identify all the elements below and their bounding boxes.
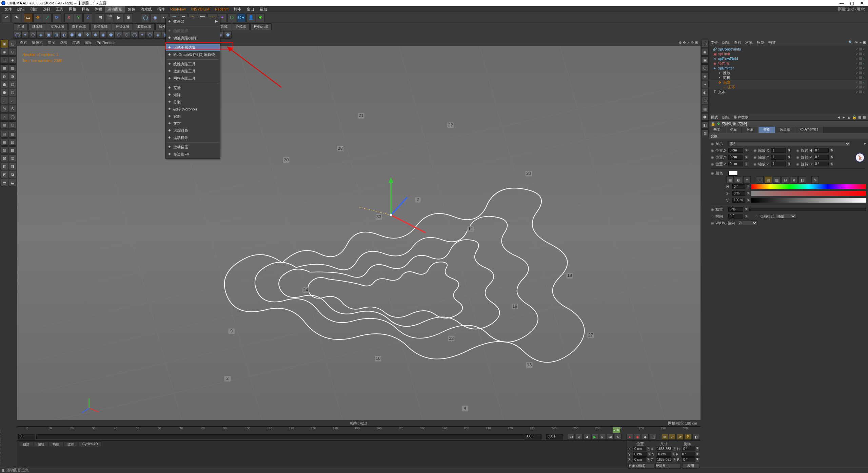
step-forward-button[interactable]: ⏵ [599, 434, 606, 440]
left-tool-17-1[interactable]: ◪ [9, 171, 16, 178]
timeline-end-field[interactable]: 300 F [525, 434, 541, 439]
field-tab-层域[interactable]: 层域 [14, 23, 28, 30]
attr-tab-基本[interactable]: 基本 [709, 127, 725, 133]
hue-spinner[interactable]: ⇅ [747, 184, 750, 189]
viewport-menubar[interactable]: 查看摄像机显示选项过滤面板ProRender ⊕ ✥ ⤢ ⟳ ⊞ [17, 39, 701, 46]
menu-item-线性克隆工具[interactable]: ◈线性克隆工具 [166, 61, 220, 68]
coord-system-button[interactable]: ⊞ [96, 13, 104, 22]
axis-y-button[interactable]: Y [74, 13, 83, 22]
coord-pos-X[interactable]: 0 cm [633, 447, 646, 451]
left-tool-6-0[interactable]: ⬢ [1, 89, 8, 96]
attr-tab-坐标[interactable]: 坐标 [725, 127, 742, 133]
field-tab-立方体域[interactable]: 立方体域 [47, 23, 68, 30]
goto-end-button[interactable]: ⏭ [607, 434, 614, 440]
sat-value[interactable]: 0 % [732, 191, 745, 196]
axis-x-button[interactable]: X [64, 13, 73, 22]
right-strip-btn-5[interactable]: ✦ [701, 81, 709, 88]
left-tool-0-1[interactable]: ▢ [9, 40, 16, 47]
attr-tab-xpDynamics[interactable]: xpDynamics [795, 127, 823, 133]
object-row-xpLimit[interactable]: ▣xpLimit✓✓ [709, 52, 867, 56]
shelf-icon-16[interactable]: ✦ [138, 31, 146, 39]
shelf-icon-11[interactable]: ◉ [99, 31, 107, 39]
object-visibility-dots[interactable]: ✓✓ [856, 71, 867, 74]
viewport-menu-面板[interactable]: 面板 [84, 40, 92, 45]
color-swatch[interactable] [728, 171, 738, 176]
left-tool-7-1[interactable]: ⌐ [9, 97, 16, 104]
scale-Y-field[interactable]: 1 [771, 155, 786, 160]
render-settings-button[interactable]: ⚙ [124, 13, 133, 22]
object-visibility-dots[interactable]: ✓✓ [856, 90, 867, 93]
menu-item-实例[interactable]: ◈实例 [166, 113, 220, 120]
left-tool-3-0[interactable]: ▦ [1, 64, 8, 72]
axis-z-button[interactable]: Z [83, 13, 92, 22]
loop-button[interactable]: ↻ [615, 434, 622, 440]
menu-item-窗口[interactable]: 窗口 [244, 6, 257, 13]
left-tool-palette[interactable]: ▣▢◉⊡⬚◈▦▥◐◑☗☖⬢⬡L⌐%S○◯⊞⊟▤▥▦▧▨▩⊠⊡◧◨◩◪⬒⬓ [0, 39, 17, 467]
rot-B-field[interactable]: 0 ° [814, 162, 829, 166]
color-mode-btn-3[interactable]: ≡ [743, 176, 751, 184]
menu-item-破碎 (Voronoi)[interactable]: ◈破碎 (Voronoi) [166, 106, 220, 113]
timeline-controls[interactable]: 0 F 300 F 300 F ⏮ ⏴ ◀ ▶ ⏵ ⏭ ↻ ● ◉ ◆ ⬚ ⊕ [17, 433, 701, 440]
autokey-button[interactable]: ◉ [634, 434, 641, 440]
timeline-range-end-field[interactable]: 300 F [546, 434, 563, 439]
keyframe-button[interactable]: ◆ [642, 434, 649, 440]
menu-item-切换克隆/矩阵[interactable]: ◈切换克隆/矩阵 [166, 35, 220, 42]
coord-apply-button[interactable]: 应用 [682, 463, 699, 469]
left-tool-2-0[interactable]: ⬚ [1, 56, 8, 64]
right-strip-btn-2[interactable]: ▣ [701, 56, 709, 64]
viewport-menu-选项[interactable]: 选项 [60, 40, 67, 45]
menu-item-运动挤压[interactable]: ◈运动挤压 [166, 144, 220, 151]
left-tool-15-0[interactable]: ⊠ [1, 155, 8, 162]
right-tool-strip[interactable]: ⊞◉▣⬡◈✦◐⊡▦⬢◧⊠ [701, 39, 709, 467]
field-tab-圆柱体域[interactable]: 圆柱体域 [68, 23, 90, 30]
menu-item-体积[interactable]: 体积 [92, 6, 104, 13]
live-select-button[interactable]: ▭ [24, 13, 33, 22]
param-key-button[interactable]: P [685, 434, 691, 440]
om-search-icon[interactable]: 🔍 [848, 40, 853, 45]
shelf-icon-15[interactable]: ◯ [131, 31, 138, 39]
coord-size-mode-select[interactable]: 绝对尺寸 [655, 463, 681, 469]
left-tool-12-1[interactable]: ▥ [9, 130, 16, 138]
om-menu-标签[interactable]: 标签 [757, 40, 764, 45]
field-tab-环状体域[interactable]: 环状体域 [112, 23, 133, 30]
octane-button[interactable]: OR [237, 13, 246, 22]
main-menubar[interactable]: 文件编辑创建选择工具网格样条体积运动图形角色流水线插件RealFlowINSYD… [0, 6, 868, 12]
rot-key-button[interactable]: ⟳ [677, 434, 684, 440]
coord-size-Y[interactable]: 0 cm [657, 452, 671, 457]
field-tab-圆锥体域[interactable]: 圆锥体域 [90, 23, 111, 30]
material-tab-编辑[interactable]: 编辑 [34, 441, 48, 447]
am-layout-icon[interactable]: ▦ [863, 115, 866, 120]
left-tool-5-0[interactable]: ☗ [1, 81, 8, 88]
object-visibility-dots[interactable]: ✓✓ [856, 57, 867, 60]
right-strip-btn-8[interactable]: ▦ [701, 105, 709, 112]
mograph-menu-dropdown[interactable]: ◈效果器▶◈隐藏选择◈切换克隆/矩阵◈运动图形选集◈MoGraph缓存到对象轨迹… [165, 17, 220, 159]
coord-pos-Z[interactable]: 0 cm [633, 457, 646, 462]
left-tool-16-0[interactable]: ◧ [1, 163, 8, 170]
dropdown-arrow-icon[interactable]: ▾ [864, 142, 866, 146]
menu-item-脚本[interactable]: 脚本 [232, 6, 244, 13]
goto-start-button[interactable]: ⏮ [568, 434, 575, 440]
scale-Z-spinner[interactable]: ⇅ [787, 162, 791, 166]
om-menu-编辑[interactable]: 编辑 [722, 40, 730, 45]
object-manager-tree[interactable]: 🔗xpConstraints✓✓▣xpLimit✓✓≈xpFlowField✓✓… [709, 46, 868, 114]
pla-key-button[interactable]: ◧ [692, 434, 699, 440]
menu-item-运动图形选集[interactable]: ◈运动图形选集 [166, 44, 220, 51]
left-tool-14-0[interactable]: ▨ [1, 146, 8, 154]
left-tool-5-1[interactable]: ☖ [9, 81, 16, 88]
left-tool-13-1[interactable]: ▧ [9, 138, 16, 146]
move-tool-button[interactable]: ✥ [33, 13, 42, 22]
material-manager[interactable]: 创建编辑功能纹理Cycles 4D [17, 441, 627, 467]
hue-slider[interactable] [751, 184, 866, 189]
rot-H-spinner[interactable]: ⇅ [830, 148, 833, 153]
viewport-config-icon[interactable]: ⊕ [679, 41, 682, 44]
icon-shelf[interactable]: ◯✦⬡◈▣⊞◐⬢⬣❖✱◉⬟⬠⬡◯✦⬡◈▣⊞◐⬢⬣❖✱◉⬟ [0, 30, 868, 39]
menu-item-流水线[interactable]: 流水线 [138, 6, 154, 13]
step-back-button[interactable]: ⏴ [576, 434, 583, 440]
perspective-viewport[interactable]: 21 22 28 20 30 11 33 24 9 2 10 23 13 4 1… [17, 46, 701, 420]
object-visibility-dots[interactable]: ✓✓ [856, 81, 867, 84]
menu-item-追踪对象[interactable]: ◈追踪对象 [166, 127, 220, 134]
am-menu-模式[interactable]: 模式 [711, 115, 718, 120]
object-row-文本[interactable]: T文本✓✓ [709, 89, 867, 94]
left-tool-12-0[interactable]: ▤ [1, 130, 8, 138]
scale-X-spinner[interactable]: ⇅ [787, 148, 791, 153]
